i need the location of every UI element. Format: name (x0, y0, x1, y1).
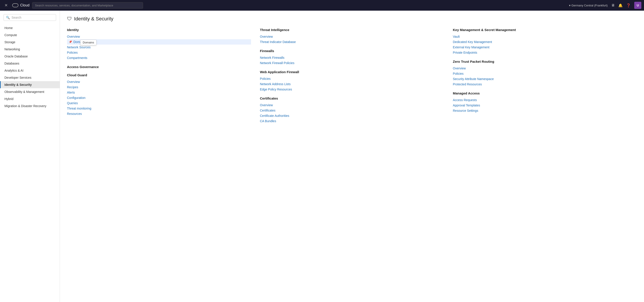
logo: Cloud (12, 3, 30, 7)
link-cloud-guard-alerts[interactable]: Alerts (67, 90, 251, 95)
help-icon[interactable]: ❓ (626, 3, 631, 8)
tooltip-container-identity-domains: 📌DomainsDomains (67, 39, 251, 44)
link-km-external-key[interactable]: External Key Management (453, 44, 637, 50)
section-title-zero-trust: Zero Trust Packet Routing (453, 60, 637, 64)
section-title-threat-intelligence: Threat Intelligence (260, 28, 444, 32)
link-ma-resource-settings[interactable]: Resource Settings (453, 108, 637, 113)
link-threat-overview[interactable]: Overview (260, 34, 444, 39)
link-cloud-guard-threat-monitoring[interactable]: Threat monitoring (67, 106, 251, 111)
avatar[interactable]: U (634, 2, 641, 9)
link-certs-overview[interactable]: Overview (260, 102, 444, 108)
region-label: Germany Central (Frankfurt) (572, 4, 608, 7)
main-content: 🛡 Identity & Security IdentityOverview📌D… (60, 11, 644, 302)
bell-icon[interactable]: 🔔 (618, 3, 623, 8)
sidebar-item-observability[interactable]: Observability & Management (0, 88, 60, 95)
sidebar-item-home[interactable]: Home (0, 24, 60, 32)
logo-icon (12, 3, 18, 7)
link-network-firewall-policies[interactable]: Network Firewall Policies (260, 60, 444, 66)
region-selector[interactable]: ▾ Germany Central (Frankfurt) (569, 4, 608, 7)
logo-text: Cloud (20, 3, 30, 7)
link-network-firewalls[interactable]: Network Firewalls (260, 55, 444, 60)
content-grid: IdentityOverview📌DomainsDomainsNetwork S… (67, 28, 637, 124)
link-km-private-endpoints[interactable]: Private Endpoints (453, 50, 637, 55)
sidebar-nav: HomeComputeStorageNetworkingOracle Datab… (0, 24, 60, 110)
section-title-certificates: Certificates (260, 96, 444, 100)
link-certs-certificates[interactable]: Certificates (260, 108, 444, 113)
link-identity-overview[interactable]: Overview (67, 34, 251, 39)
column-col2: Threat IntelligenceOverviewThreat Indica… (260, 28, 444, 124)
section-title-identity: Identity (67, 28, 251, 32)
link-zt-protected-resources[interactable]: Protected Resources (453, 82, 637, 87)
link-waf-edge-policy-resources[interactable]: Edge Policy Resources (260, 87, 444, 92)
sidebar-item-migration[interactable]: Migration & Disaster Recovery (0, 102, 60, 110)
layout: 🔍 HomeComputeStorageNetworkingOracle Dat… (0, 11, 644, 302)
sidebar-item-analytics-ai[interactable]: Analytics & AI (0, 67, 60, 74)
sidebar-item-compute[interactable]: Compute (0, 32, 60, 38)
section-title-firewalls: Firewalls (260, 49, 444, 53)
pin-icon: 📌 (69, 40, 72, 44)
page-header: 🛡 Identity & Security (67, 16, 637, 22)
link-cloud-guard-recipes[interactable]: Recipes (67, 84, 251, 90)
chevron-down-icon: ▾ (569, 4, 570, 7)
sidebar-item-developer-services[interactable]: Developer Services (0, 74, 60, 81)
search-icon: 🔍 (6, 16, 10, 19)
sidebar-search-input[interactable] (12, 16, 54, 19)
monitor-icon[interactable]: 🖥 (611, 3, 615, 7)
link-certs-ca-bundles[interactable]: CA Bundles (260, 118, 444, 124)
topbar: ✕ Cloud ▾ Germany Central (Frankfurt) 🖥 … (0, 0, 644, 11)
link-ma-access-requests[interactable]: Access Requests (453, 97, 637, 103)
link-zt-policies[interactable]: Policies (453, 71, 637, 76)
section-title-web-application-firewall: Web Application Firewall (260, 70, 444, 74)
link-waf-network-address-lists[interactable]: Network Address Lists (260, 82, 444, 87)
sidebar-item-databases[interactable]: Databases (0, 60, 60, 67)
section-title-cloud-guard: Cloud Guard (67, 73, 251, 77)
section-title-key-management: Key Management & Secret Management (453, 28, 637, 32)
topbar-right: ▾ Germany Central (Frankfurt) 🖥 🔔 ❓ U (569, 2, 641, 9)
link-certs-certificate-authorities[interactable]: Certificate Authorities (260, 113, 444, 118)
close-button[interactable]: ✕ (3, 2, 10, 9)
link-km-vault[interactable]: Vault (453, 34, 637, 39)
page-title: Identity & Security (74, 16, 113, 22)
sidebar-item-storage[interactable]: Storage (0, 38, 60, 46)
sidebar-item-networking[interactable]: Networking (0, 46, 60, 53)
section-title-access-governance: Access Governance (67, 65, 251, 69)
sidebar: 🔍 HomeComputeStorageNetworkingOracle Dat… (0, 11, 60, 302)
column-col1: IdentityOverview📌DomainsDomainsNetwork S… (67, 28, 251, 124)
link-identity-network-sources[interactable]: Network Sources (67, 44, 251, 50)
column-col3: Key Management & Secret ManagementVaultD… (453, 28, 637, 124)
tooltip-identity-domains: Domains (80, 40, 96, 45)
page-icon: 🛡 (67, 16, 72, 22)
section-title-managed-access: Managed Access (453, 91, 637, 95)
link-threat-indicator-db[interactable]: Threat Indicator Database (260, 39, 444, 44)
link-ma-approval-templates[interactable]: Approval Templates (453, 103, 637, 108)
link-cloud-guard-resources[interactable]: Resources (67, 111, 251, 116)
link-cloud-guard-queries[interactable]: Queries (67, 100, 251, 106)
sidebar-item-oracle-database[interactable]: Oracle Database (0, 53, 60, 60)
link-cloud-guard-overview[interactable]: Overview (67, 79, 251, 84)
sidebar-item-identity-security[interactable]: Identity & Security (0, 81, 60, 88)
link-identity-policies[interactable]: Policies (67, 50, 251, 55)
link-zt-security-attribute-namespace[interactable]: Security Attribute Namespace (453, 76, 637, 82)
link-zt-overview[interactable]: Overview (453, 66, 637, 71)
link-cloud-guard-configuration[interactable]: Configuration (67, 95, 251, 100)
topbar-search-input[interactable] (32, 2, 143, 9)
link-waf-policies[interactable]: Policies (260, 76, 444, 82)
sidebar-search-container: 🔍 (4, 14, 56, 21)
link-identity-compartments[interactable]: Compartments (67, 55, 251, 60)
sidebar-item-hybrid[interactable]: Hybrid (0, 95, 60, 102)
link-km-dedicated-key[interactable]: Dedicated Key Management (453, 39, 637, 44)
